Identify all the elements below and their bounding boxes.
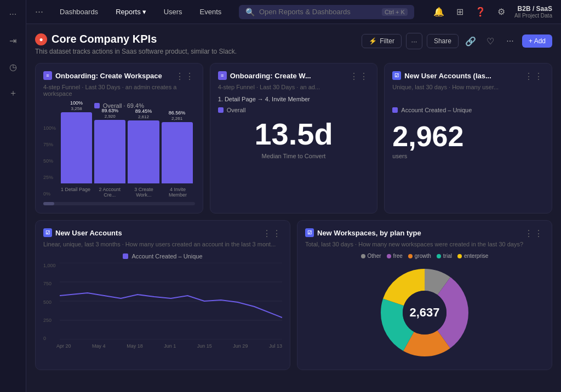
- legend-other: Other: [361, 253, 381, 259]
- card-menu-3[interactable]: ⋮⋮: [524, 71, 544, 82]
- ellipsis-icon[interactable]: ···: [502, 33, 518, 49]
- metric-legend-3: Account Created – Unique: [392, 107, 544, 113]
- card-menu-icon[interactable]: ⋮⋮: [175, 71, 195, 82]
- onboarding-funnel2-card: ≡ Onboarding: Create W... ⋮⋮ 4-step Funn…: [210, 63, 378, 214]
- legend-free: free: [387, 253, 403, 259]
- topnav: ··· Dashboards Reports ▾ Users Events 🔍 …: [26, 0, 561, 24]
- filter-button[interactable]: ⚡ Filter: [362, 34, 402, 48]
- funnel-x-labels: 1 Detail Page 2 Account Cre... 3 Create …: [59, 187, 195, 198]
- card-subtitle-5: Total, last 30 days · How many new works…: [305, 241, 544, 247]
- search-shortcut: Ctrl + K: [382, 8, 408, 16]
- funnel2-step: 1. Detail Page → 4. Invite Member: [218, 96, 370, 102]
- nav-events[interactable]: Events: [197, 5, 225, 18]
- link-icon[interactable]: 🔗: [463, 33, 478, 49]
- legend-enterprise: enterprise: [457, 253, 488, 259]
- content: ● Core Company KPIs This dataset tracks …: [26, 24, 561, 392]
- favorite-icon[interactable]: ♡: [483, 33, 498, 49]
- funnel-icon: ≡: [43, 71, 52, 80]
- donut-icon: ☑: [305, 228, 314, 237]
- funnel-bar-4: 86.56%2,261: [162, 110, 193, 183]
- donut-container: 2,637: [305, 263, 544, 362]
- nav-reports[interactable]: Reports ▾: [112, 5, 150, 18]
- page-header: ● Core Company KPIs This dataset tracks …: [35, 33, 552, 55]
- funnel2-value: 13.5d: [218, 119, 370, 149]
- org-badge[interactable]: B2B / SaaS All Project Data: [514, 5, 552, 19]
- search-bar[interactable]: 🔍 Ctrl + K: [239, 5, 414, 19]
- sidebar-dots[interactable]: ···: [4, 5, 22, 23]
- share-button[interactable]: Share: [427, 34, 459, 48]
- nav-notifications[interactable]: 🔔: [431, 4, 446, 20]
- card-menu-4[interactable]: ⋮⋮: [262, 228, 282, 239]
- org-name: B2B / SaaS: [518, 5, 552, 13]
- card-menu-2[interactable]: ⋮⋮: [350, 71, 369, 82]
- nav-settings[interactable]: ⚙: [494, 4, 509, 20]
- main-area: ··· Dashboards Reports ▾ Users Events 🔍 …: [26, 0, 561, 392]
- filter-icon: ⚡: [369, 37, 377, 45]
- funnel-y-labels: 100% 75% 50% 25% 0%: [43, 125, 56, 197]
- line-legend: Account Created – Unique: [43, 253, 282, 260]
- new-user-sub: users: [392, 153, 544, 159]
- funnel-scrollbar[interactable]: [43, 202, 195, 205]
- card-subtitle-2: 4-step Funnel · Last 30 Days · an ad...: [218, 84, 370, 90]
- new-user-line-card: ☑ New User Accounts ⋮⋮ Linear, unique, l…: [35, 220, 290, 370]
- card-header-4: ☑ New User Accounts ⋮⋮: [43, 228, 282, 239]
- sidebar: ··· ⇥ ◷ ＋: [0, 0, 26, 392]
- card-header-3: ☑ New User Accounts (las... ⋮⋮: [392, 71, 544, 82]
- line-chart-svg: [60, 263, 282, 339]
- funnel-bar-1: 100%3,258: [61, 100, 92, 183]
- sidebar-history[interactable]: ◷: [4, 58, 22, 76]
- card-header-5: ☑ New Workspaces, by plan type ⋮⋮: [305, 228, 544, 239]
- funnel-bar-3: 89.45%2,612: [128, 108, 159, 183]
- funnel-scrollbar-thumb: [43, 202, 54, 205]
- card-subtitle: 4-step Funnel · Last 30 Days · an admin …: [43, 84, 195, 97]
- card-subtitle-4: Linear, unique, last 3 months · How many…: [43, 241, 282, 247]
- page-subtitle: This dataset tracks actions in Saas soft…: [35, 48, 362, 55]
- line-x-labels: Apr 20 May 4 May 18 Jun 1 Jun 15 Jun 29 …: [43, 343, 282, 349]
- line-legend-dot: [123, 253, 128, 259]
- new-user-accounts-small-card: ☑ New User Accounts (las... ⋮⋮ Unique, l…: [384, 63, 552, 214]
- nav-grid[interactable]: ⊞: [452, 4, 467, 20]
- onboarding-funnel-card: ≡ Onboarding: Create Workspace ⋮⋮ 4-step…: [35, 63, 203, 214]
- legend-growth: growth: [408, 253, 431, 259]
- card-title-2: ≡ Onboarding: Create W...: [218, 71, 311, 80]
- legend-square-3: [392, 107, 398, 113]
- card-title-4: ☑ New User Accounts: [43, 228, 122, 237]
- nav-help[interactable]: ❓: [473, 4, 488, 20]
- legend-trial: trial: [437, 253, 452, 259]
- new-user-icon: ☑: [392, 71, 401, 80]
- card-title-5: ☑ New Workspaces, by plan type: [305, 228, 421, 237]
- nav-dashboards[interactable]: Dashboards: [56, 5, 101, 18]
- line-y-labels: 1,000 750 500 250 0: [43, 263, 56, 341]
- card-subtitle-3: Unique, last 30 days · How many user...: [392, 84, 544, 90]
- sidebar-add[interactable]: ＋: [4, 84, 22, 102]
- sidebar-collapse[interactable]: ⇥: [4, 32, 22, 49]
- more-options-button[interactable]: ···: [406, 33, 422, 49]
- new-user-value: 2,962: [392, 122, 544, 151]
- topnav-right: 🔔 ⊞ ❓ ⚙ B2B / SaaS All Project Data: [431, 4, 552, 20]
- org-sub: All Project Data: [514, 13, 552, 19]
- donut-svg-wrapper: 2,637: [375, 263, 474, 362]
- row2: ☑ New User Accounts ⋮⋮ Linear, unique, l…: [35, 220, 552, 370]
- legend-square-2: [218, 107, 224, 113]
- card-title-3: ☑ New User Accounts (las...: [392, 71, 491, 80]
- funnel-chart-area: 100% 75% 50% 25% 0% 100%3,258 89.63%2,92…: [43, 112, 195, 198]
- card-header-2: ≡ Onboarding: Create W... ⋮⋮: [218, 71, 370, 82]
- nav-dots[interactable]: ···: [35, 6, 43, 18]
- page-actions: ⚡ Filter ··· Share 🔗 ♡ ··· + Add: [362, 33, 552, 49]
- search-icon: 🔍: [245, 8, 255, 16]
- add-button[interactable]: + Add: [522, 34, 552, 48]
- search-input[interactable]: [259, 8, 377, 16]
- page-title: ● Core Company KPIs: [35, 33, 362, 45]
- metric-legend-2: Overall: [218, 107, 370, 113]
- line-chart-area: 1,000 750 500 250 0: [43, 263, 282, 341]
- new-workspaces-card: ☑ New Workspaces, by plan type ⋮⋮ Total,…: [297, 220, 552, 370]
- funnel2-sub: Median Time to Convert: [218, 153, 370, 159]
- card-menu-5[interactable]: ⋮⋮: [524, 228, 544, 239]
- line-chart-icon: ☑: [43, 228, 52, 237]
- funnel-chart: 100%3,258 89.63%2,920 89.45%2,612 8: [59, 112, 195, 183]
- funnel2-icon: ≡: [218, 71, 227, 80]
- card-header: ≡ Onboarding: Create Workspace ⋮⋮: [43, 71, 195, 82]
- card-title: ≡ Onboarding: Create Workspace: [43, 71, 162, 80]
- donut-legend: Other free growth trial: [305, 253, 544, 259]
- nav-users[interactable]: Users: [161, 5, 186, 18]
